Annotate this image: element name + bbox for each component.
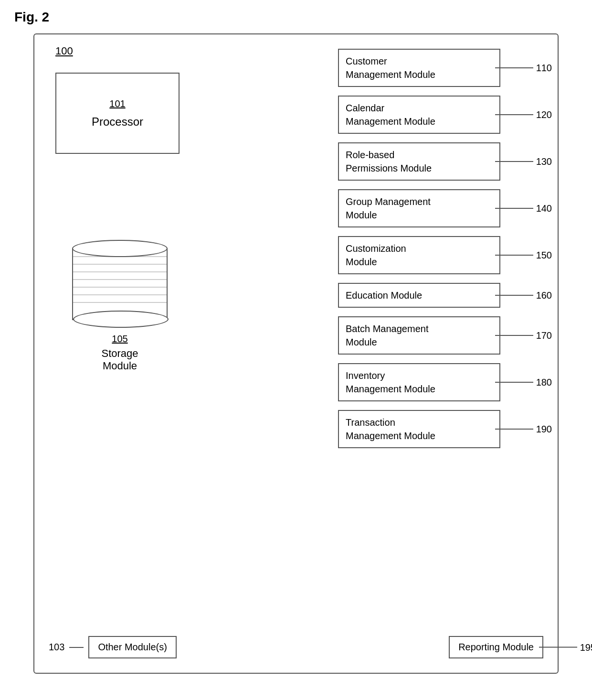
other-modules-ref-group: 103 [49,642,84,653]
ref-line-195: 195 [539,642,592,653]
reporting-module-wrapper: Reporting Module 195 [449,636,543,658]
system-ref-num: 100 [55,45,73,57]
ref-line-130: 130 [495,155,552,168]
module-120: CalendarManagement Module 120 [338,96,500,134]
module-170: Batch ManagementModule 170 [338,316,500,355]
ref-line-150: 150 [495,248,552,262]
cylinder-body [72,248,168,320]
module-110: CustomerManagement Module 110 [338,49,500,87]
storage-label: Storage Module [101,347,138,372]
cylinder-bottom [73,311,169,328]
processor-box: 101 Processor [55,73,180,154]
module-130: Role-basedPermissions Module 130 [338,142,500,181]
other-modules-line-left [69,647,84,648]
module-195: Reporting Module [449,636,543,658]
ref-line-110: 110 [495,61,552,75]
processor-label: Processor [92,115,143,129]
storage-area: 105 Storage Module [55,240,184,372]
ref-line-190: 190 [495,422,552,436]
system-outer-box: 100 101 Processor 105 [33,33,559,674]
ref-line-180: 180 [495,376,552,389]
other-modules-box: Other Module(s) [88,636,177,658]
cylinder-top [72,240,168,257]
ref-line-160: 160 [495,289,552,302]
processor-ref-num: 101 [109,98,125,109]
system-label: 100 [55,45,73,57]
modules-column: CustomerManagement Module 110 CalendarMa… [338,49,500,448]
storage-cylinder [72,240,168,320]
ref-line-170: 170 [495,329,552,342]
bottom-row: 103 Other Module(s) Reporting Module 195 [34,636,558,658]
ref-line-140: 140 [495,202,552,215]
module-140: Group ManagementModule 140 [338,189,500,227]
figure-title: Fig. 2 [14,10,582,25]
module-150: CustomizationModule 150 [338,236,500,274]
other-modules-ref-num: 103 [49,642,64,653]
other-modules-label: Other Module(s) [98,642,167,652]
storage-ref-num: 105 [112,334,127,345]
module-160: Education Module 160 [338,283,500,308]
module-180: InventoryManagement Module 180 [338,363,500,401]
ref-line-120: 120 [495,108,552,121]
module-190: TransactionManagement Module 190 [338,410,500,448]
